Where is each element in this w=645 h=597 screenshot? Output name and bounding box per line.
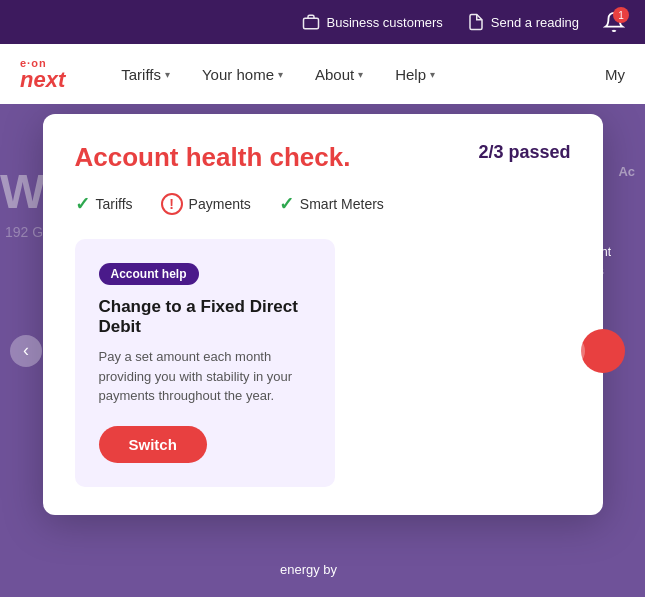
payment-text-line4: s after (565, 282, 645, 301)
check-ok-icon-2: ✓ (279, 193, 294, 215)
check-tariffs-label: Tariffs (96, 196, 133, 212)
logo-next-text: next (20, 69, 65, 91)
check-smart-meters-label: Smart Meters (300, 196, 384, 212)
check-item-payments: ! Payments (161, 193, 251, 215)
health-score: 2/3 passed (478, 142, 570, 163)
check-warn-icon: ! (161, 193, 183, 215)
health-check-card: Account health check. 2/3 passed ✓ Tarif… (43, 114, 603, 515)
notification-button[interactable]: 1 (603, 11, 625, 33)
sub-card: Account help Change to a Fixed Direct De… (75, 239, 335, 487)
business-customers-label: Business customers (326, 15, 442, 30)
payment-side-text: t paym payment ment is s after issued. (565, 224, 645, 328)
nav-your-home-label: Your home (202, 66, 274, 83)
check-payments-label: Payments (189, 196, 251, 212)
notification-count: 1 (613, 7, 629, 23)
main-content: We 192 G Ac Account health check. 2/3 pa… (0, 104, 645, 597)
issued-text: issued. (565, 309, 645, 328)
check-item-smart-meters: ✓ Smart Meters (279, 193, 384, 215)
health-check-title: Account health check. (75, 142, 351, 173)
nav-bar: e·on next Tariffs ▾ Your home ▾ About ▾ … (0, 44, 645, 104)
logo[interactable]: e·on next (20, 58, 65, 91)
business-customers-link[interactable]: Business customers (302, 13, 442, 31)
payment-text-line1: t paym (565, 224, 645, 243)
nav-item-about[interactable]: About ▾ (299, 44, 379, 104)
briefcase-icon (302, 13, 320, 31)
sub-card-description: Pay a set amount each month providing yo… (99, 347, 311, 406)
red-circle-button[interactable] (581, 329, 625, 373)
switch-button[interactable]: Switch (99, 426, 207, 463)
nav-help-label: Help (395, 66, 426, 83)
payment-text-line3: ment is (565, 262, 645, 281)
send-reading-label: Send a reading (491, 15, 579, 30)
send-reading-link[interactable]: Send a reading (467, 13, 579, 31)
chevron-down-icon: ▾ (165, 69, 170, 80)
svg-rect-0 (304, 18, 319, 29)
chevron-down-icon: ▾ (358, 69, 363, 80)
nav-about-label: About (315, 66, 354, 83)
check-ok-icon: ✓ (75, 193, 90, 215)
account-help-badge: Account help (99, 263, 199, 285)
chevron-down-icon: ▾ (278, 69, 283, 80)
nav-tariffs-label: Tariffs (121, 66, 161, 83)
check-items: ✓ Tariffs ! Payments ✓ Smart Meters (75, 193, 571, 215)
nav-items: Tariffs ▾ Your home ▾ About ▾ Help ▾ (105, 44, 605, 104)
nav-item-my[interactable]: My (605, 66, 625, 83)
carousel-left-arrow[interactable]: ‹ (10, 335, 42, 367)
chevron-down-icon: ▾ (430, 69, 435, 80)
bottom-energy-text: energy by (280, 562, 337, 577)
nav-my-label: My (605, 66, 625, 83)
health-header: Account health check. 2/3 passed (75, 142, 571, 173)
nav-item-your-home[interactable]: Your home ▾ (186, 44, 299, 104)
nav-item-tariffs[interactable]: Tariffs ▾ (105, 44, 186, 104)
sub-card-title: Change to a Fixed Direct Debit (99, 297, 311, 337)
nav-item-help[interactable]: Help ▾ (379, 44, 451, 104)
top-bar: Business customers Send a reading 1 (0, 0, 645, 44)
payment-text-line2: payment (565, 243, 645, 262)
carousel-right-arrow[interactable]: › (553, 335, 585, 367)
modal-overlay: Account health check. 2/3 passed ✓ Tarif… (0, 104, 645, 597)
check-item-tariffs: ✓ Tariffs (75, 193, 133, 215)
meter-icon (467, 13, 485, 31)
